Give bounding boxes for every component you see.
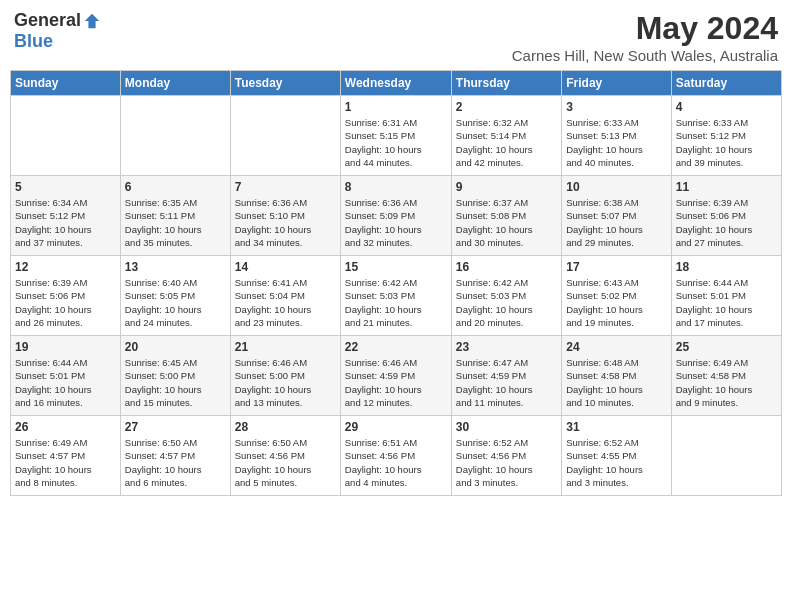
calendar-header-wednesday: Wednesday — [340, 71, 451, 96]
calendar-cell — [671, 416, 781, 496]
day-number: 21 — [235, 340, 336, 354]
calendar-cell: 28Sunrise: 6:50 AM Sunset: 4:56 PM Dayli… — [230, 416, 340, 496]
day-number: 24 — [566, 340, 666, 354]
calendar-table: SundayMondayTuesdayWednesdayThursdayFrid… — [10, 70, 782, 496]
day-info: Sunrise: 6:46 AM Sunset: 4:59 PM Dayligh… — [345, 356, 447, 409]
day-number: 16 — [456, 260, 557, 274]
calendar-cell: 18Sunrise: 6:44 AM Sunset: 5:01 PM Dayli… — [671, 256, 781, 336]
calendar-week-row: 26Sunrise: 6:49 AM Sunset: 4:57 PM Dayli… — [11, 416, 782, 496]
day-info: Sunrise: 6:36 AM Sunset: 5:09 PM Dayligh… — [345, 196, 447, 249]
calendar-header-row: SundayMondayTuesdayWednesdayThursdayFrid… — [11, 71, 782, 96]
day-info: Sunrise: 6:50 AM Sunset: 4:56 PM Dayligh… — [235, 436, 336, 489]
calendar-cell: 19Sunrise: 6:44 AM Sunset: 5:01 PM Dayli… — [11, 336, 121, 416]
day-info: Sunrise: 6:50 AM Sunset: 4:57 PM Dayligh… — [125, 436, 226, 489]
calendar-cell: 23Sunrise: 6:47 AM Sunset: 4:59 PM Dayli… — [451, 336, 561, 416]
day-info: Sunrise: 6:49 AM Sunset: 4:57 PM Dayligh… — [15, 436, 116, 489]
day-info: Sunrise: 6:35 AM Sunset: 5:11 PM Dayligh… — [125, 196, 226, 249]
day-info: Sunrise: 6:52 AM Sunset: 4:56 PM Dayligh… — [456, 436, 557, 489]
calendar-cell: 17Sunrise: 6:43 AM Sunset: 5:02 PM Dayli… — [562, 256, 671, 336]
day-number: 5 — [15, 180, 116, 194]
calendar-cell — [230, 96, 340, 176]
day-number: 8 — [345, 180, 447, 194]
day-number: 2 — [456, 100, 557, 114]
day-info: Sunrise: 6:51 AM Sunset: 4:56 PM Dayligh… — [345, 436, 447, 489]
calendar-cell: 10Sunrise: 6:38 AM Sunset: 5:07 PM Dayli… — [562, 176, 671, 256]
calendar-cell: 2Sunrise: 6:32 AM Sunset: 5:14 PM Daylig… — [451, 96, 561, 176]
calendar-header-monday: Monday — [120, 71, 230, 96]
calendar-cell: 26Sunrise: 6:49 AM Sunset: 4:57 PM Dayli… — [11, 416, 121, 496]
day-info: Sunrise: 6:52 AM Sunset: 4:55 PM Dayligh… — [566, 436, 666, 489]
day-number: 28 — [235, 420, 336, 434]
day-number: 17 — [566, 260, 666, 274]
calendar-cell: 11Sunrise: 6:39 AM Sunset: 5:06 PM Dayli… — [671, 176, 781, 256]
calendar-cell: 4Sunrise: 6:33 AM Sunset: 5:12 PM Daylig… — [671, 96, 781, 176]
calendar-header-sunday: Sunday — [11, 71, 121, 96]
day-info: Sunrise: 6:49 AM Sunset: 4:58 PM Dayligh… — [676, 356, 777, 409]
calendar-cell: 15Sunrise: 6:42 AM Sunset: 5:03 PM Dayli… — [340, 256, 451, 336]
day-info: Sunrise: 6:34 AM Sunset: 5:12 PM Dayligh… — [15, 196, 116, 249]
calendar-header-saturday: Saturday — [671, 71, 781, 96]
logo-blue-text: Blue — [14, 31, 53, 52]
day-info: Sunrise: 6:42 AM Sunset: 5:03 PM Dayligh… — [345, 276, 447, 329]
day-number: 7 — [235, 180, 336, 194]
calendar-header-tuesday: Tuesday — [230, 71, 340, 96]
calendar-cell: 22Sunrise: 6:46 AM Sunset: 4:59 PM Dayli… — [340, 336, 451, 416]
day-info: Sunrise: 6:46 AM Sunset: 5:00 PM Dayligh… — [235, 356, 336, 409]
month-title: May 2024 — [512, 10, 778, 47]
day-info: Sunrise: 6:44 AM Sunset: 5:01 PM Dayligh… — [15, 356, 116, 409]
calendar-cell — [120, 96, 230, 176]
calendar-cell — [11, 96, 121, 176]
day-number: 22 — [345, 340, 447, 354]
day-number: 15 — [345, 260, 447, 274]
calendar-cell: 21Sunrise: 6:46 AM Sunset: 5:00 PM Dayli… — [230, 336, 340, 416]
day-info: Sunrise: 6:39 AM Sunset: 5:06 PM Dayligh… — [676, 196, 777, 249]
day-number: 13 — [125, 260, 226, 274]
day-number: 1 — [345, 100, 447, 114]
day-number: 12 — [15, 260, 116, 274]
day-info: Sunrise: 6:44 AM Sunset: 5:01 PM Dayligh… — [676, 276, 777, 329]
calendar-week-row: 5Sunrise: 6:34 AM Sunset: 5:12 PM Daylig… — [11, 176, 782, 256]
calendar-cell: 3Sunrise: 6:33 AM Sunset: 5:13 PM Daylig… — [562, 96, 671, 176]
day-number: 25 — [676, 340, 777, 354]
day-info: Sunrise: 6:47 AM Sunset: 4:59 PM Dayligh… — [456, 356, 557, 409]
day-info: Sunrise: 6:48 AM Sunset: 4:58 PM Dayligh… — [566, 356, 666, 409]
day-info: Sunrise: 6:42 AM Sunset: 5:03 PM Dayligh… — [456, 276, 557, 329]
calendar-cell: 14Sunrise: 6:41 AM Sunset: 5:04 PM Dayli… — [230, 256, 340, 336]
calendar-header-thursday: Thursday — [451, 71, 561, 96]
day-info: Sunrise: 6:43 AM Sunset: 5:02 PM Dayligh… — [566, 276, 666, 329]
calendar-cell: 7Sunrise: 6:36 AM Sunset: 5:10 PM Daylig… — [230, 176, 340, 256]
day-number: 3 — [566, 100, 666, 114]
day-number: 26 — [15, 420, 116, 434]
day-number: 11 — [676, 180, 777, 194]
day-number: 6 — [125, 180, 226, 194]
location-subtitle: Carnes Hill, New South Wales, Australia — [512, 47, 778, 64]
day-number: 30 — [456, 420, 557, 434]
calendar-cell: 9Sunrise: 6:37 AM Sunset: 5:08 PM Daylig… — [451, 176, 561, 256]
logo-icon — [83, 12, 101, 30]
day-info: Sunrise: 6:33 AM Sunset: 5:12 PM Dayligh… — [676, 116, 777, 169]
day-info: Sunrise: 6:37 AM Sunset: 5:08 PM Dayligh… — [456, 196, 557, 249]
day-info: Sunrise: 6:31 AM Sunset: 5:15 PM Dayligh… — [345, 116, 447, 169]
day-number: 23 — [456, 340, 557, 354]
calendar-cell: 31Sunrise: 6:52 AM Sunset: 4:55 PM Dayli… — [562, 416, 671, 496]
calendar-week-row: 19Sunrise: 6:44 AM Sunset: 5:01 PM Dayli… — [11, 336, 782, 416]
calendar-cell: 8Sunrise: 6:36 AM Sunset: 5:09 PM Daylig… — [340, 176, 451, 256]
day-number: 29 — [345, 420, 447, 434]
calendar-cell: 27Sunrise: 6:50 AM Sunset: 4:57 PM Dayli… — [120, 416, 230, 496]
day-number: 20 — [125, 340, 226, 354]
svg-marker-0 — [85, 13, 99, 27]
calendar-cell: 20Sunrise: 6:45 AM Sunset: 5:00 PM Dayli… — [120, 336, 230, 416]
calendar-cell: 30Sunrise: 6:52 AM Sunset: 4:56 PM Dayli… — [451, 416, 561, 496]
day-number: 14 — [235, 260, 336, 274]
day-number: 9 — [456, 180, 557, 194]
day-number: 31 — [566, 420, 666, 434]
calendar-cell: 12Sunrise: 6:39 AM Sunset: 5:06 PM Dayli… — [11, 256, 121, 336]
calendar-week-row: 1Sunrise: 6:31 AM Sunset: 5:15 PM Daylig… — [11, 96, 782, 176]
day-info: Sunrise: 6:36 AM Sunset: 5:10 PM Dayligh… — [235, 196, 336, 249]
title-block: May 2024 Carnes Hill, New South Wales, A… — [512, 10, 778, 64]
logo: General Blue — [14, 10, 101, 52]
day-number: 10 — [566, 180, 666, 194]
day-info: Sunrise: 6:39 AM Sunset: 5:06 PM Dayligh… — [15, 276, 116, 329]
day-info: Sunrise: 6:41 AM Sunset: 5:04 PM Dayligh… — [235, 276, 336, 329]
day-number: 27 — [125, 420, 226, 434]
